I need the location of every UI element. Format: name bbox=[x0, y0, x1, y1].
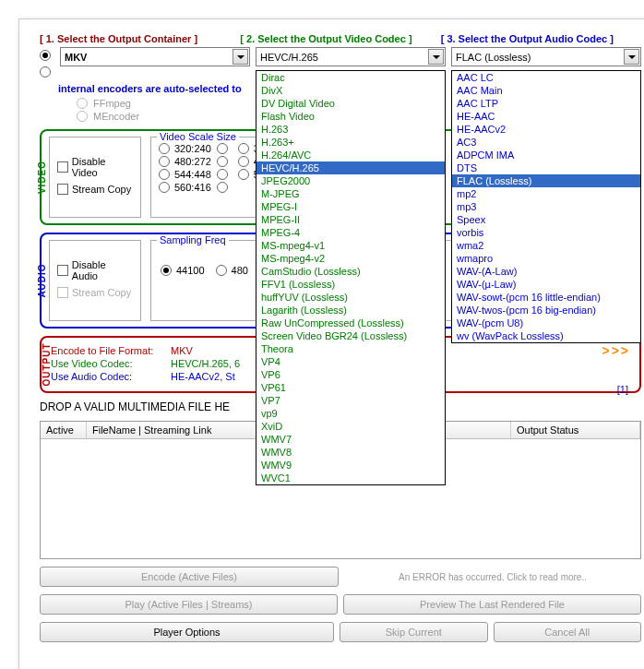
chevron-down-icon bbox=[624, 49, 639, 65]
vcodec-option[interactable]: Theora bbox=[256, 342, 445, 355]
acodec-option[interactable]: AAC LTP bbox=[452, 97, 640, 110]
vcodec-option[interactable]: MS-mpeg4-v2 bbox=[256, 252, 445, 265]
acodec-option[interactable]: WAV-(A-Law) bbox=[452, 265, 640, 278]
acodec-option[interactable]: AC3 bbox=[452, 136, 640, 149]
stream-copy-audio-label: Stream Copy bbox=[72, 287, 131, 298]
chevron-down-icon bbox=[233, 49, 248, 65]
ffmpeg-label: FFmpeg bbox=[93, 98, 131, 109]
vcodec-option[interactable]: Raw UnCompressed (Lossless) bbox=[256, 317, 445, 329]
mencoder-label: MEncoder bbox=[93, 111, 139, 122]
encode-button[interactable]: Encode (Active Files) bbox=[40, 567, 339, 587]
vcodec-option[interactable]: huffYUV (Lossless) bbox=[256, 291, 445, 304]
disable-audio-checkbox[interactable] bbox=[57, 265, 68, 276]
acodec-option[interactable]: WAV-(µ-Law) bbox=[452, 278, 640, 291]
vcodec-option[interactable]: Screen Video BGR24 (Lossless) bbox=[256, 329, 445, 342]
acodec-value: FLAC (Lossless) bbox=[456, 52, 531, 63]
freq-label: 44100 bbox=[176, 265, 205, 276]
acodec-option[interactable]: wma2 bbox=[452, 239, 640, 252]
preview-button[interactable]: Preview The Last Rendered File bbox=[343, 594, 641, 615]
vcodec-dropdown[interactable]: DiracDivXDV Digital VideoFlash VideoH.26… bbox=[256, 70, 446, 485]
freq-radio[interactable] bbox=[216, 265, 227, 276]
vcodec-option[interactable]: FFV1 (Lossless) bbox=[256, 278, 445, 291]
video-scale-legend: Video Scale Size bbox=[157, 131, 239, 142]
acodec-option[interactable]: AAC Main bbox=[452, 84, 640, 97]
acodec-combo[interactable]: FLAC (Lossless) bbox=[451, 47, 641, 66]
scale-radio-r[interactable] bbox=[217, 169, 228, 180]
acodec-dropdown[interactable]: AAC LCAAC MainAAC LTPHE-AACHE-AACv2AC3AD… bbox=[451, 70, 641, 343]
acodec-option[interactable]: HE-AACv2 bbox=[452, 123, 640, 136]
acodec-option[interactable]: HE-AAC bbox=[452, 110, 640, 123]
acodec-option[interactable]: wmapro bbox=[452, 252, 640, 265]
vcodec-option[interactable]: H.263 bbox=[256, 123, 445, 136]
scale-radio-r[interactable] bbox=[217, 182, 228, 193]
acodec-option[interactable]: FLAC (Lossless) bbox=[452, 174, 640, 187]
play-button[interactable]: Play (Active Files | Streams) bbox=[40, 594, 338, 615]
stream-copy-video-checkbox[interactable] bbox=[57, 184, 68, 195]
acodec-option[interactable]: ADPCM IMA bbox=[452, 149, 640, 161]
vcodec-option[interactable]: Flash Video bbox=[256, 110, 445, 123]
acodec-option[interactable]: vorbis bbox=[452, 226, 640, 239]
acodec-option[interactable]: AAC LC bbox=[452, 71, 640, 84]
vcodec-option[interactable]: VP6 bbox=[256, 368, 445, 381]
skip-button[interactable]: Skip Current bbox=[340, 622, 488, 642]
scale-radio-r[interactable] bbox=[217, 156, 228, 167]
vcodec-option[interactable]: MS-mpeg4-v1 bbox=[256, 239, 445, 252]
container-radio-2[interactable] bbox=[40, 66, 51, 78]
error-text[interactable]: An ERROR has occurred. Click to read mor… bbox=[344, 567, 641, 587]
vcodec-option[interactable]: WMV7 bbox=[256, 433, 445, 446]
acodec-option[interactable]: WAV-(pcm U8) bbox=[452, 317, 640, 329]
vcodec-option[interactable]: WMV9 bbox=[256, 459, 445, 472]
vcodec-option[interactable]: JPEG2000 bbox=[256, 174, 445, 187]
vcodec-option[interactable]: Dirac bbox=[256, 71, 445, 84]
vcodec-option[interactable]: DivX bbox=[256, 84, 445, 97]
vcodec-option[interactable]: Lagarith (Lossless) bbox=[256, 304, 445, 317]
more-button[interactable]: >>> bbox=[602, 343, 630, 358]
vcodec-combo[interactable]: HEVC/H.265 bbox=[256, 47, 446, 66]
acodec-option[interactable]: DTS bbox=[452, 161, 640, 174]
vcodec-option[interactable]: H.263+ bbox=[256, 136, 445, 149]
vcodec-option[interactable]: WMV8 bbox=[256, 446, 445, 459]
container-radio-1[interactable] bbox=[40, 50, 51, 61]
vcodec-option[interactable]: M-JPEG bbox=[256, 187, 445, 200]
vcodec-option[interactable]: CamStudio (Lossless) bbox=[256, 265, 445, 278]
acodec-option[interactable]: wv (WavPack Lossless) bbox=[452, 329, 640, 342]
scale-radio-r[interactable] bbox=[217, 143, 228, 154]
player-options-button[interactable]: Player Options bbox=[40, 622, 334, 642]
scale-radio[interactable] bbox=[159, 156, 170, 167]
acodec-option[interactable]: mp3 bbox=[452, 200, 640, 213]
step-2-label: [ 2. Select the Output Video Codec ] bbox=[240, 33, 440, 44]
out-acodec-value: HE-AACv2, St bbox=[171, 371, 235, 382]
vcodec-option[interactable]: XviD bbox=[256, 420, 445, 433]
vcodec-option[interactable]: HEVC/H.265 bbox=[256, 161, 445, 174]
disable-audio-label: Disable Audio bbox=[72, 259, 133, 281]
container-radio-col bbox=[40, 47, 54, 78]
scale-radio[interactable] bbox=[238, 156, 249, 167]
acodec-option[interactable]: WAV-twos-(pcm 16 big-endian) bbox=[452, 304, 640, 317]
scale-label: 560:416 bbox=[174, 182, 211, 193]
video-section-label: VIDEO bbox=[37, 161, 47, 194]
acodec-option[interactable]: mp2 bbox=[452, 187, 640, 200]
scale-radio[interactable] bbox=[159, 182, 170, 193]
vcodec-option[interactable]: VP4 bbox=[256, 355, 445, 368]
cancel-button[interactable]: Cancel All bbox=[494, 622, 642, 642]
acodec-option[interactable]: WAV-sowt-(pcm 16 little-endian) bbox=[452, 291, 640, 304]
scale-radio[interactable] bbox=[159, 169, 170, 180]
acodec-option[interactable]: Speex bbox=[452, 213, 640, 226]
disable-video-checkbox[interactable] bbox=[57, 161, 68, 173]
audio-group: Disable Audio Stream Copy bbox=[49, 240, 141, 321]
vcodec-option[interactable]: MPEG-I bbox=[256, 200, 445, 213]
scale-radio[interactable] bbox=[238, 169, 249, 180]
vcodec-option[interactable]: WVC1 bbox=[256, 472, 445, 484]
vcodec-option[interactable]: H.264/AVC bbox=[256, 149, 445, 161]
vcodec-option[interactable]: vp9 bbox=[256, 407, 445, 420]
vcodec-option[interactable]: VP61 bbox=[256, 381, 445, 394]
th-status: Output Status bbox=[511, 422, 640, 438]
vcodec-option[interactable]: MPEG-4 bbox=[256, 226, 445, 239]
vcodec-option[interactable]: DV Digital Video bbox=[256, 97, 445, 110]
vcodec-option[interactable]: MPEG-II bbox=[256, 213, 445, 226]
scale-radio[interactable] bbox=[159, 143, 170, 154]
container-combo[interactable]: MKV bbox=[60, 47, 250, 66]
freq-radio[interactable] bbox=[161, 265, 172, 276]
vcodec-option[interactable]: VP7 bbox=[256, 394, 445, 407]
scale-radio[interactable] bbox=[238, 143, 249, 154]
